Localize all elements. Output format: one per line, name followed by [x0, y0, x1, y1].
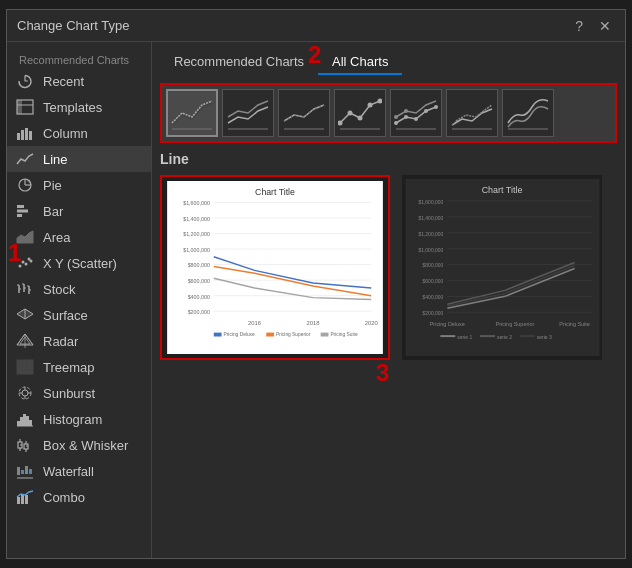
svg-text:$600,000: $600,000	[188, 278, 210, 284]
sidebar-item-label-treemap: Treemap	[43, 360, 95, 375]
svg-point-73	[358, 116, 363, 121]
sidebar-item-boxwhisker[interactable]: Box & Whisker	[7, 432, 151, 458]
sidebar-item-label-stock: Stock	[43, 282, 76, 297]
treemap-icon	[15, 359, 35, 375]
close-button[interactable]: ✕	[595, 18, 615, 34]
svg-text:$200,000: $200,000	[188, 309, 210, 315]
sidebar-item-label-sunburst: Sunburst	[43, 386, 95, 401]
svg-line-33	[17, 334, 25, 345]
tab-recommended[interactable]: Recommended Charts	[160, 50, 318, 75]
chart-preview-secondary: Chart Title $1,600,000	[402, 175, 602, 360]
svg-text:2018: 2018	[306, 320, 319, 326]
svg-text:$1,200,000: $1,200,000	[418, 232, 443, 237]
svg-point-15	[22, 261, 25, 264]
sidebar-item-area[interactable]: Area	[7, 224, 151, 250]
svg-point-78	[404, 115, 408, 119]
chart-type-line-100[interactable]	[278, 89, 330, 137]
svg-rect-113	[321, 333, 329, 337]
svg-point-79	[414, 117, 418, 121]
chart-type-strip	[160, 83, 617, 143]
svg-rect-4	[21, 130, 24, 140]
sidebar-item-pie[interactable]: Pie	[7, 172, 151, 198]
svg-point-81	[434, 105, 438, 109]
sidebar-item-label-column: Column	[43, 126, 88, 141]
svg-rect-3	[17, 133, 20, 140]
sidebar-section-label: Recommended Charts	[7, 50, 151, 68]
svg-point-74	[368, 103, 373, 108]
svg-text:2016: 2016	[248, 320, 261, 326]
scatter-icon	[15, 255, 35, 271]
svg-rect-109	[214, 333, 222, 337]
svg-point-14	[19, 265, 22, 268]
svg-text:$800,000: $800,000	[188, 263, 210, 269]
svg-text:$1,200,000: $1,200,000	[183, 231, 210, 237]
sidebar-item-bar[interactable]: Bar	[7, 198, 151, 224]
sidebar-item-templates[interactable]: Templates	[7, 94, 151, 120]
sidebar-item-treemap[interactable]: Treemap	[7, 354, 151, 380]
svg-rect-47	[20, 417, 23, 426]
help-button[interactable]: ?	[571, 18, 587, 34]
svg-rect-12	[17, 214, 22, 217]
svg-rect-1	[17, 100, 22, 114]
svg-text:Pricing Suite: Pricing Suite	[559, 321, 590, 327]
chart-type-line-stacked[interactable]	[222, 89, 274, 137]
svg-point-75	[378, 99, 383, 104]
sidebar-item-label-boxwhisker: Box & Whisker	[43, 438, 128, 453]
svg-rect-36	[27, 360, 33, 364]
svg-point-16	[25, 263, 28, 266]
svg-text:$1,400,000: $1,400,000	[418, 216, 443, 221]
chart-preview-main: Chart Title $1,600,000	[160, 175, 390, 360]
svg-rect-111	[266, 333, 274, 337]
sidebar-item-waterfall[interactable]: Waterfall	[7, 458, 151, 484]
column-icon	[15, 125, 35, 141]
sidebar-item-surface[interactable]: Surface	[7, 302, 151, 328]
sidebar-item-line[interactable]: Line	[7, 146, 151, 172]
histogram-icon	[15, 411, 35, 427]
chart-type-line[interactable]	[166, 89, 218, 137]
sidebar-item-label-pie: Pie	[43, 178, 62, 193]
sidebar-item-label-radar: Radar	[43, 334, 78, 349]
sidebar-item-label-histogram: Histogram	[43, 412, 102, 427]
svg-rect-67	[25, 495, 28, 504]
chart-type-line-stacked-markers[interactable]	[390, 89, 442, 137]
svg-text:Pricing Deluxe: Pricing Deluxe	[429, 321, 464, 327]
svg-rect-62	[25, 466, 28, 474]
sidebar-item-scatter[interactable]: X Y (Scatter)	[7, 250, 151, 276]
svg-rect-46	[17, 421, 20, 426]
svg-text:$800,000: $800,000	[422, 264, 443, 269]
boxwhisker-icon	[15, 437, 35, 453]
svg-point-72	[348, 111, 353, 116]
sidebar-item-combo[interactable]: Combo	[7, 484, 151, 510]
svg-text:$1,600,000: $1,600,000	[183, 200, 210, 206]
svg-point-18	[30, 260, 33, 263]
bar-icon	[15, 203, 35, 219]
pie-icon	[15, 177, 35, 193]
svg-text:$1,000,000: $1,000,000	[183, 247, 210, 253]
stock-icon	[15, 281, 35, 297]
area-icon	[15, 229, 35, 245]
sidebar-item-histogram[interactable]: Histogram	[7, 406, 151, 432]
svg-rect-11	[17, 210, 28, 213]
svg-rect-60	[17, 467, 20, 475]
svg-rect-37	[27, 365, 33, 369]
tab-all-charts[interactable]: All Charts	[318, 50, 402, 75]
sidebar-item-radar[interactable]: Radar	[7, 328, 151, 354]
svg-text:$1,400,000: $1,400,000	[183, 216, 210, 222]
sidebar-item-column[interactable]: Column	[7, 120, 151, 146]
sidebar-item-stock[interactable]: Stock	[7, 276, 151, 302]
chart-section-label: Line	[160, 151, 617, 167]
svg-rect-38	[17, 370, 24, 374]
svg-text:Pricing Superior: Pricing Superior	[495, 321, 534, 327]
sidebar-item-recent[interactable]: Recent	[7, 68, 151, 94]
svg-text:Chart Title: Chart Title	[481, 185, 522, 195]
svg-rect-6	[29, 131, 32, 140]
chart-type-line-markers[interactable]	[334, 89, 386, 137]
svg-text:serie 1: serie 1	[457, 335, 472, 340]
chart-type-line-3d[interactable]	[446, 89, 498, 137]
tabs: Recommended Charts All Charts	[160, 50, 617, 75]
chart-type-line-special[interactable]	[502, 89, 554, 137]
svg-text:serie 2: serie 2	[497, 335, 512, 340]
sidebar-item-sunburst[interactable]: Sunburst	[7, 380, 151, 406]
svg-rect-35	[17, 360, 26, 369]
svg-text:Pricing Superior: Pricing Superior	[276, 333, 311, 338]
